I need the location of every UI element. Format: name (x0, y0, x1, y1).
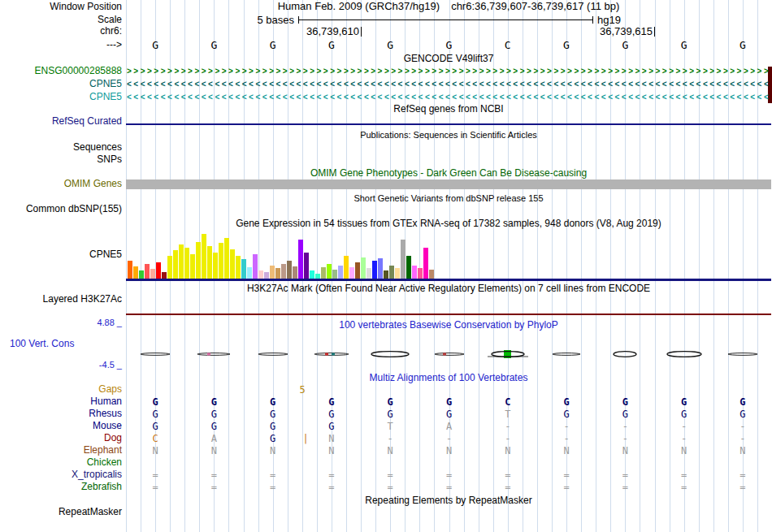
alignment-base: = (149, 469, 162, 482)
alignment-base: G (267, 421, 280, 433)
alignment-base: A (207, 433, 220, 445)
scale-label: Scale (0, 15, 122, 25)
reference-base: G (676, 40, 692, 51)
gene-model-row-cpne5[interactable]: <<<<<<<<<<<<<<<<<<<<<<<<<<<<<<<<<<<<<<<<… (127, 80, 770, 90)
alignment-base: = (618, 482, 631, 494)
alignment-base: - (560, 433, 573, 445)
alignment-base: G (325, 409, 338, 421)
strand-label[interactable]: ---> (0, 40, 122, 50)
reference-base: G (558, 40, 575, 51)
species-label-chicken[interactable]: Chicken (0, 457, 122, 468)
reference-base: G (206, 40, 222, 51)
repeatmasker-label[interactable]: RepeatMasker (0, 507, 122, 517)
gtex-bar (321, 267, 326, 279)
reference-base: G (735, 40, 751, 51)
repeatmasker-title: Repeating Elements by RepeatMasker (127, 495, 770, 506)
gene-label-cpne5[interactable]: CPNE5 (0, 79, 122, 89)
sequences-label[interactable]: Sequences (0, 142, 122, 153)
species-label-mouse[interactable]: Mouse (0, 421, 122, 431)
assembly-title: Human Feb. 2009 (GRCh37/hg19) (278, 1, 440, 11)
gtex-bar (389, 266, 394, 279)
alignment-base: - (678, 433, 691, 445)
gene-label-ensg00000285888[interactable]: ENSG00000285888 (0, 66, 122, 76)
omim-gene-bar[interactable] (126, 179, 771, 189)
alignment-base: G (560, 396, 573, 409)
alignment-base: - (501, 421, 514, 433)
alignment-base: N (560, 445, 573, 457)
omim-genes-label[interactable]: OMIM Genes (0, 179, 122, 189)
alignment-base: G (325, 421, 338, 433)
phylop-glyph (663, 348, 705, 360)
alignment-base: - (443, 433, 456, 445)
gtex-bar (167, 256, 172, 279)
gene-model-row-ensg00000285888[interactable]: >>>>>>>>>>>>>>>>>>>>>>>>>>>>>>>>>>>>>>>>… (127, 67, 770, 77)
alignment-base: G (149, 421, 162, 433)
gtex-bar (281, 264, 286, 279)
gtex-bar (264, 272, 269, 279)
phylop-glyph (545, 348, 588, 360)
alignment-base: = (207, 482, 220, 494)
reference-base: G (147, 40, 163, 51)
gtex-bar (275, 268, 280, 279)
gtex-title: Gene Expression in 54 tissues from GTEx … (127, 218, 770, 229)
alignment-base: = (736, 469, 749, 482)
alignment-base: T (501, 409, 514, 421)
alignment-base: = (149, 482, 162, 494)
alignment-base: - (618, 433, 631, 445)
species-label-rhesus[interactable]: Rhesus (0, 409, 122, 419)
gtex-bar (139, 270, 144, 279)
refseq-curated-label[interactable]: RefSeq Curated (0, 116, 122, 127)
gtex-gene-label[interactable]: CPNE5 (0, 249, 122, 260)
gene-model-row-cpne5[interactable]: <<<<<<<<<<<<<<<<<<<<<<<<<<<<<<<<<<<<<<<<… (127, 93, 770, 103)
species-label-gaps[interactable]: Gaps (0, 384, 122, 395)
gtex-bar (179, 244, 184, 279)
alignment-base: G (736, 409, 749, 421)
insert-marker: 5 (297, 384, 307, 396)
coordinate-tick-mark (361, 27, 362, 37)
alignment-base: = (736, 482, 749, 494)
alignment-base: = (560, 469, 573, 482)
gtex-bar (372, 261, 377, 279)
multiz-title: Multiz Alignments of 100 Vertebrates (127, 373, 770, 383)
gtex-bar (236, 256, 241, 279)
phylop-glyph (604, 348, 646, 360)
alignment-base: T (384, 421, 397, 433)
gtex-bar (270, 266, 275, 279)
gtex-bar (219, 243, 223, 279)
species-label-x_tropicalis[interactable]: X_tropicalis (0, 469, 122, 480)
gtex-bar (230, 249, 235, 279)
common-dbsnp-label[interactable]: Common dbSNP(155) (0, 204, 122, 214)
scale-bases-text: 5 bases (229, 14, 294, 26)
gtex-bar (247, 267, 252, 279)
alignment-base: - (384, 433, 397, 445)
gtex-bar (349, 267, 354, 279)
refseq-curated-item[interactable] (126, 123, 771, 125)
gtex-bar (150, 269, 155, 279)
gtex-bar (190, 254, 195, 279)
alignment-base: G (384, 396, 397, 409)
alignment-base: N (501, 445, 514, 457)
alignment-base: G (443, 409, 456, 421)
species-label-zebrafish[interactable]: Zebrafish (0, 482, 122, 492)
alignment-base: = (443, 482, 456, 494)
layered-h3k27ac-label[interactable]: Layered H3K27Ac (0, 294, 122, 305)
alignment-base: - (560, 421, 573, 433)
coordinate-tick-mark (654, 27, 655, 37)
alignment-base: N (149, 445, 162, 457)
species-label-elephant[interactable]: Elephant (0, 445, 122, 456)
gene-label-cpne5[interactable]: CPNE5 (0, 92, 122, 102)
species-label-dog[interactable]: Dog (0, 433, 122, 443)
header-line: Human Feb. 2009 (GRCh37/hg19) chr6:36,73… (127, 1, 770, 11)
gtex-bar (361, 257, 366, 279)
species-label-human[interactable]: Human (0, 396, 122, 407)
vert-cons-label[interactable]: 100 Vert. Cons (10, 339, 74, 349)
gtex-bar (287, 261, 292, 279)
gtex-bar (184, 248, 189, 279)
gtex-bar (366, 268, 371, 279)
insert-marker: | (301, 433, 310, 445)
snps-label[interactable]: SNPs (0, 154, 122, 165)
gtex-bar (406, 256, 411, 279)
gtex-bar (133, 266, 138, 279)
gtex-bar (401, 240, 406, 279)
alignment-base: - (736, 433, 749, 445)
